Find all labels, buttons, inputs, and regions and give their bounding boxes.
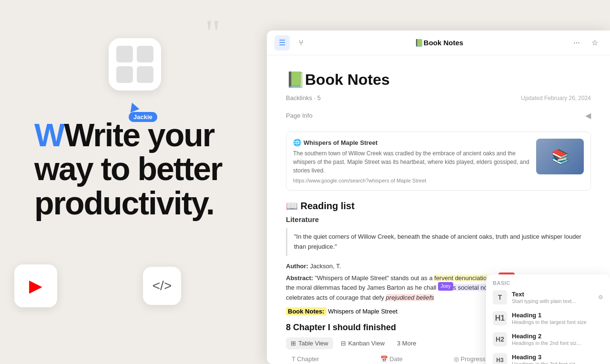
text-gear-icon: ⚙ bbox=[598, 294, 603, 301]
whispers-site-name: Whispers of Maple Street bbox=[304, 139, 377, 146]
h3-type-icon: H3 bbox=[493, 353, 507, 364]
h1-type-title: Heading 1 bbox=[512, 312, 603, 319]
col-date: 📅 Date bbox=[375, 352, 448, 364]
page-content: 📗Book Notes Backlinks · 5 Updated Februa… bbox=[267, 55, 610, 364]
collapse-icon[interactable]: ◀ bbox=[585, 111, 591, 120]
h1-type-icon: H1 bbox=[493, 311, 507, 325]
branch-view-button[interactable]: ⑂ bbox=[294, 35, 309, 51]
whispers-url: https://www.google.com/search?whispers o… bbox=[293, 178, 530, 183]
page-title: 📗Book Notes bbox=[286, 71, 591, 89]
panel-section-basic: Basic bbox=[486, 278, 610, 287]
more-views-label: 3 More bbox=[397, 340, 416, 347]
hero-text: WWrite your way to better productivity. bbox=[34, 118, 222, 220]
whispers-text: 🌐 Whispers of Maple Street The southern … bbox=[293, 139, 530, 183]
h3-type-title: Heading 3 bbox=[512, 354, 603, 361]
deco-dot-1 bbox=[116, 46, 133, 62]
yt-play-icon: ▶ bbox=[29, 276, 42, 296]
deco-dot-2 bbox=[137, 46, 153, 62]
more-views-button[interactable]: 3 More bbox=[392, 337, 421, 349]
panel-item-h2[interactable]: H2 Heading 2 Headings in the 2nd font si… bbox=[486, 329, 610, 350]
deco-youtube-icon: ▶ bbox=[14, 264, 57, 307]
cursor-triangle bbox=[128, 101, 140, 112]
literature-heading: Literature bbox=[286, 215, 591, 223]
date-col-icon: 📅 bbox=[380, 355, 388, 363]
whispers-card: 🌐 Whispers of Maple Street The southern … bbox=[286, 131, 591, 191]
block-type-panel: Basic T Text Start typing with plain tex… bbox=[486, 274, 610, 364]
whispers-description: The southern town of Willow Creek was cr… bbox=[293, 149, 530, 175]
abstract-label: Abstract: bbox=[286, 274, 313, 282]
page-info-row: Page Info ◀ bbox=[286, 109, 591, 122]
panel-item-text[interactable]: T Text Start typing with plain text... ⚙ bbox=[486, 287, 610, 308]
panel-item-h3[interactable]: H3 Heading 3 Headings in the 3rd font si… bbox=[486, 350, 610, 364]
deco-code-icon: </> bbox=[143, 267, 181, 305]
window-title: 📗Book Notes bbox=[313, 39, 565, 47]
more-button[interactable]: ··· bbox=[569, 35, 584, 51]
branch-icon: ⑂ bbox=[299, 39, 304, 47]
star-button[interactable]: ☆ bbox=[587, 35, 602, 51]
whispers-thumbnail: 📚 bbox=[536, 139, 584, 174]
doc-icon: ☰ bbox=[279, 38, 285, 47]
hero-accent: W bbox=[34, 117, 64, 153]
h1-type-desc: Headings in the largest font size bbox=[512, 319, 603, 325]
page-meta: Backlinks · 5 Updated February 26, 2024 bbox=[286, 94, 591, 101]
google-icon: 🌐 bbox=[293, 139, 301, 146]
text-col-icon: T bbox=[292, 355, 295, 363]
deco-quote-left: " bbox=[205, 14, 221, 52]
text-type-icon: T bbox=[493, 290, 507, 304]
abstract-text-3: celebrates acts of courage that defy bbox=[286, 294, 386, 301]
h3-type-info: Heading 3 Headings in the 3rd font siz..… bbox=[512, 354, 603, 364]
title-bar: ☰ ⑂ 📗Book Notes ··· ☆ bbox=[267, 30, 610, 55]
literature-quote: "In the quiet corners of Willow Creek, b… bbox=[286, 228, 591, 256]
abstract-highlight-italic: prejudiced beliefs bbox=[386, 294, 434, 301]
whispers-brand: 🌐 Whispers of Maple Street bbox=[293, 139, 530, 146]
col-chapter: T Chapter bbox=[286, 352, 375, 364]
text-type-title: Text bbox=[512, 291, 593, 298]
reading-list-heading: 📖 Reading list bbox=[286, 200, 591, 212]
kanban-view-button[interactable]: ⊟ Kanban View bbox=[336, 337, 389, 349]
h2-type-icon: H2 bbox=[493, 332, 507, 346]
author-label: Author: bbox=[286, 263, 308, 270]
cursor-joey: Joey bbox=[438, 282, 453, 291]
h2-type-title: Heading 2 bbox=[512, 333, 603, 340]
title-bar-actions: ··· ☆ bbox=[569, 35, 602, 51]
doc-view-button[interactable]: ☰ bbox=[274, 35, 290, 51]
text-type-desc: Start typing with plain text... bbox=[512, 298, 593, 304]
book-notes-value: Whispers of Maple Street bbox=[328, 308, 397, 315]
abstract-text-1: "Whispers of Maple Street" stands out as… bbox=[315, 274, 435, 282]
kanban-view-label: Kanban View bbox=[348, 340, 385, 347]
text-type-info: Text Start typing with plain text... bbox=[512, 291, 593, 304]
panel-item-h1[interactable]: H1 Heading 1 Headings in the largest fon… bbox=[486, 308, 610, 329]
code-brackets-icon: </> bbox=[152, 278, 172, 293]
deco-app-grid bbox=[109, 38, 161, 91]
app-window: ☰ ⑂ 📗Book Notes ··· ☆ 📗Book Notes Backli… bbox=[267, 30, 610, 364]
table-view-button[interactable]: ⊞ Table View bbox=[286, 337, 333, 349]
deco-dot-4 bbox=[137, 66, 153, 83]
h2-type-info: Heading 2 Headings in the 2nd font siz..… bbox=[512, 333, 603, 346]
author-value: Jackson, T. bbox=[310, 263, 341, 270]
deco-dot-3 bbox=[116, 66, 133, 83]
h1-type-info: Heading 1 Headings in the largest font s… bbox=[512, 312, 603, 325]
backlinks-count[interactable]: Backlinks · 5 bbox=[286, 94, 321, 101]
table-view-icon: ⊞ bbox=[291, 340, 296, 347]
progress-col-icon: ◎ bbox=[454, 355, 459, 363]
author-line: Author: Jackson, T. bbox=[286, 263, 591, 270]
h3-type-desc: Headings in the 3rd font siz... bbox=[512, 361, 603, 364]
page-info-label: Page Info bbox=[286, 112, 313, 119]
updated-timestamp: Updated February 26, 2024 bbox=[521, 95, 591, 101]
book-notes-label: Book Notes: bbox=[286, 307, 326, 315]
book-image-placeholder: 📚 bbox=[536, 139, 584, 174]
background-left: " Jackie WWrite your way to better produ… bbox=[0, 0, 274, 364]
table-view-label: Table View bbox=[298, 340, 328, 347]
h2-type-desc: Headings in the 2nd font siz... bbox=[512, 340, 603, 346]
kanban-view-icon: ⊟ bbox=[341, 340, 346, 347]
